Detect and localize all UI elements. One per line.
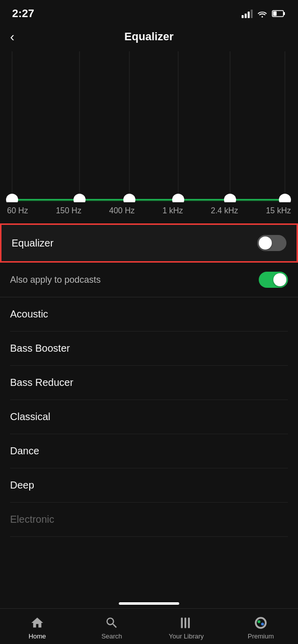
bottom-nav: Home Search Your Library Premium xyxy=(0,608,298,644)
page-title: Equalizer xyxy=(124,30,174,43)
eq-point-5[interactable] xyxy=(224,194,236,202)
freq-label-1: 60 Hz xyxy=(7,206,28,215)
nav-premium-label: Premium xyxy=(248,632,274,640)
preset-dance[interactable]: Dance xyxy=(10,434,288,468)
equalizer-toggle-knob xyxy=(259,236,272,250)
search-icon xyxy=(105,616,119,630)
svg-point-14 xyxy=(257,619,265,627)
nav-library[interactable]: Your Library xyxy=(166,616,206,640)
freq-label-5: 2.4 kHz xyxy=(211,206,238,215)
preset-acoustic[interactable]: Acoustic xyxy=(10,297,288,332)
svg-rect-1 xyxy=(283,12,285,15)
preset-bass-booster[interactable]: Bass Booster xyxy=(10,332,288,366)
eq-point-1[interactable] xyxy=(6,194,18,202)
preset-deep[interactable]: Deep xyxy=(10,468,288,503)
premium-icon xyxy=(254,616,268,630)
preset-electronic[interactable]: Electronic xyxy=(10,503,288,537)
svg-rect-11 xyxy=(185,618,187,628)
eq-svg[interactable] xyxy=(5,51,293,202)
eq-point-6[interactable] xyxy=(279,194,291,202)
equalizer-toggle-row: Equalizer xyxy=(0,223,298,263)
nav-premium[interactable]: Premium xyxy=(241,616,281,640)
signal-icon xyxy=(242,9,253,18)
equalizer-graph[interactable] xyxy=(5,51,293,202)
freq-label-3: 400 Hz xyxy=(109,206,135,215)
status-bar: 2:27 xyxy=(0,0,298,25)
equalizer-toggle-label: Equalizer xyxy=(12,237,53,249)
eq-point-3[interactable] xyxy=(123,194,135,202)
frequency-labels: 60 Hz 150 Hz 400 Hz 1 kHz 2.4 kHz 15 kHz xyxy=(0,202,298,223)
podcast-toggle-knob xyxy=(273,273,286,286)
nav-home-label: Home xyxy=(29,632,46,640)
freq-label-2: 150 Hz xyxy=(56,206,82,215)
svg-rect-12 xyxy=(188,618,190,628)
status-time: 2:27 xyxy=(12,7,34,20)
preset-list: Acoustic Bass Booster Bass Reducer Class… xyxy=(0,297,298,537)
wifi-icon xyxy=(257,9,268,18)
preset-classical[interactable]: Classical xyxy=(10,400,288,434)
freq-label-6: 15 kHz xyxy=(266,206,291,215)
nav-search-label: Search xyxy=(101,632,122,640)
nav-library-label: Your Library xyxy=(169,632,204,640)
status-icons xyxy=(242,9,286,18)
svg-rect-10 xyxy=(181,618,183,628)
eq-point-4[interactable] xyxy=(172,194,184,202)
podcast-toggle-row: Also apply to podcasts xyxy=(0,263,298,297)
nav-search[interactable]: Search xyxy=(92,616,132,640)
equalizer-toggle[interactable] xyxy=(257,235,286,251)
home-indicator xyxy=(119,602,179,605)
podcast-toggle-label: Also apply to podcasts xyxy=(10,275,101,285)
home-icon xyxy=(30,616,44,630)
svg-point-16 xyxy=(261,622,264,625)
page-header: ‹ Equalizer xyxy=(0,25,298,51)
podcast-toggle[interactable] xyxy=(259,272,288,288)
battery-icon xyxy=(272,10,286,18)
svg-rect-2 xyxy=(273,12,277,16)
freq-label-4: 1 kHz xyxy=(163,206,183,215)
back-button[interactable]: ‹ xyxy=(10,29,15,45)
preset-bass-reducer[interactable]: Bass Reducer xyxy=(10,366,288,400)
library-icon xyxy=(179,616,193,630)
svg-point-15 xyxy=(258,620,261,623)
nav-home[interactable]: Home xyxy=(17,616,57,640)
eq-point-2[interactable] xyxy=(73,194,86,202)
